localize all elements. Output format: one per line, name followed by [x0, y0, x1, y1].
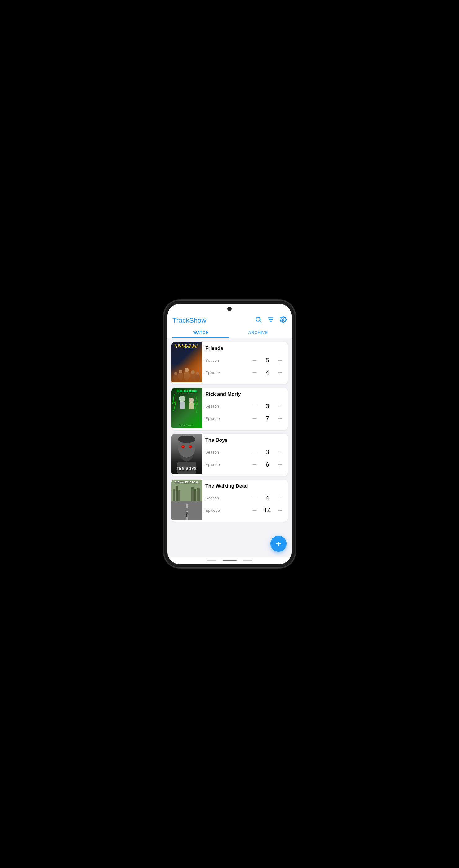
- season-decrement-rick[interactable]: [250, 401, 259, 411]
- season-value-twd: 4: [263, 494, 272, 502]
- episode-value-twd: 14: [263, 507, 272, 514]
- show-title-walking-dead: The Walking Dead: [205, 483, 285, 489]
- season-controls-twd: 4: [225, 493, 285, 502]
- filter-icon[interactable]: [267, 316, 274, 324]
- episode-row-friends: Episode 4: [205, 368, 285, 377]
- season-decrement-twd[interactable]: [250, 493, 259, 502]
- show-info-friends: Friends Season 5: [202, 342, 288, 384]
- svg-point-22: [179, 396, 185, 402]
- poster-twd: THE WALKING DEAD: [171, 479, 202, 520]
- episode-controls-twd: 14: [225, 506, 285, 515]
- status-bar: [167, 304, 292, 314]
- search-icon[interactable]: [255, 316, 262, 324]
- show-info-the-boys: The Boys Season 3: [202, 434, 288, 476]
- season-controls-boys: 3: [225, 447, 285, 457]
- episode-controls-boys: 6: [225, 460, 285, 469]
- svg-point-6: [173, 374, 178, 381]
- svg-rect-53: [186, 504, 188, 508]
- season-value-rick: 3: [263, 403, 272, 410]
- tab-watch[interactable]: WATCH: [173, 327, 230, 338]
- svg-point-14: [191, 370, 195, 374]
- episode-row-rick: Episode 7: [205, 414, 285, 423]
- svg-line-1: [259, 321, 261, 322]
- season-label-rick: Season: [205, 404, 225, 409]
- show-info-walking-dead: The Walking Dead Season 4: [202, 479, 288, 522]
- show-title-the-boys: The Boys: [205, 437, 285, 443]
- svg-rect-49: [191, 487, 194, 501]
- settings-icon[interactable]: [280, 316, 286, 324]
- poster-friends: F·R·I·E·N·D·S: [171, 342, 202, 382]
- poster-boys: THE BOYS: [171, 434, 202, 474]
- season-row-boys: Season 3: [205, 447, 285, 457]
- home-indicator: [167, 557, 292, 564]
- show-card-walking-dead: THE WALKING DEAD The Walking Dead Season…: [171, 479, 288, 522]
- screen: TrackShow: [167, 304, 292, 564]
- season-label-twd: Season: [205, 496, 225, 500]
- svg-point-9: [190, 373, 196, 381]
- episode-increment-twd[interactable]: [275, 506, 285, 515]
- svg-point-37: [178, 436, 195, 443]
- season-increment-twd[interactable]: [275, 493, 285, 502]
- svg-rect-50: [194, 490, 196, 501]
- season-decrement-friends[interactable]: [250, 355, 259, 365]
- svg-rect-51: [197, 488, 200, 501]
- svg-point-15: [196, 372, 199, 375]
- content-area: F·R·I·E·N·D·S Friends Season 5: [167, 338, 292, 557]
- episode-value-boys: 6: [263, 461, 272, 468]
- episode-increment-friends[interactable]: [275, 368, 285, 377]
- episode-increment-rick[interactable]: [275, 414, 285, 423]
- camera-notch: [227, 307, 232, 311]
- phone-frame: TrackShow: [164, 301, 295, 567]
- header-icons: [255, 316, 286, 324]
- svg-rect-47: [176, 486, 178, 501]
- season-row-twd: Season 4: [205, 493, 285, 502]
- show-card-rick-and-morty: Rick and Morty ADULT SWIM Rick and Morty…: [171, 388, 288, 430]
- season-increment-friends[interactable]: [275, 355, 285, 365]
- episode-decrement-friends[interactable]: [250, 368, 259, 377]
- episode-label-boys: Episode: [205, 462, 225, 467]
- episode-row-boys: Episode 6: [205, 460, 285, 469]
- svg-rect-25: [189, 402, 193, 409]
- nav-home: [223, 560, 237, 561]
- app-title: TrackShow: [173, 316, 206, 324]
- show-title-rick-and-morty: Rick and Morty: [205, 392, 285, 397]
- nav-recents: [243, 560, 252, 561]
- header-top: TrackShow: [173, 316, 286, 327]
- svg-point-8: [184, 370, 190, 380]
- poster-rick: Rick and Morty ADULT SWIM: [171, 388, 202, 428]
- episode-label-twd: Episode: [205, 508, 225, 513]
- svg-rect-48: [178, 490, 181, 501]
- season-value-boys: 3: [263, 448, 272, 456]
- episode-decrement-twd[interactable]: [250, 506, 259, 515]
- episode-value-rick: 7: [263, 415, 272, 422]
- episode-increment-boys[interactable]: [275, 460, 285, 469]
- season-increment-rick[interactable]: [275, 401, 285, 411]
- svg-point-11: [174, 372, 177, 375]
- svg-point-35: [182, 446, 184, 447]
- season-row-rick: Season 3: [205, 401, 285, 411]
- show-card-friends: F·R·I·E·N·D·S Friends Season 5: [171, 342, 288, 384]
- svg-point-7: [178, 372, 183, 380]
- svg-rect-23: [180, 401, 185, 409]
- episode-value-friends: 4: [263, 369, 272, 376]
- episode-label-rick: Episode: [205, 416, 225, 421]
- episode-label-friends: Episode: [205, 370, 225, 375]
- tab-archive[interactable]: ARCHIVE: [230, 327, 286, 338]
- season-increment-boys[interactable]: [275, 447, 285, 457]
- episode-controls-friends: 4: [225, 368, 285, 377]
- show-title-friends: Friends: [205, 346, 285, 351]
- season-decrement-boys[interactable]: [250, 447, 259, 457]
- svg-point-12: [179, 370, 182, 373]
- show-info-rick-and-morty: Rick and Morty Season 3: [202, 388, 288, 430]
- season-row-friends: Season 5: [205, 355, 285, 365]
- season-label-friends: Season: [205, 358, 225, 363]
- svg-point-5: [282, 319, 284, 320]
- episode-row-twd: Episode 14: [205, 506, 285, 515]
- add-show-fab[interactable]: [270, 536, 286, 552]
- nav-back: [207, 560, 216, 561]
- show-card-the-boys: THE BOYS The Boys Season 3: [171, 434, 288, 476]
- episode-decrement-boys[interactable]: [250, 460, 259, 469]
- episode-decrement-rick[interactable]: [250, 414, 259, 423]
- svg-point-13: [185, 368, 189, 372]
- season-controls-rick: 3: [225, 401, 285, 411]
